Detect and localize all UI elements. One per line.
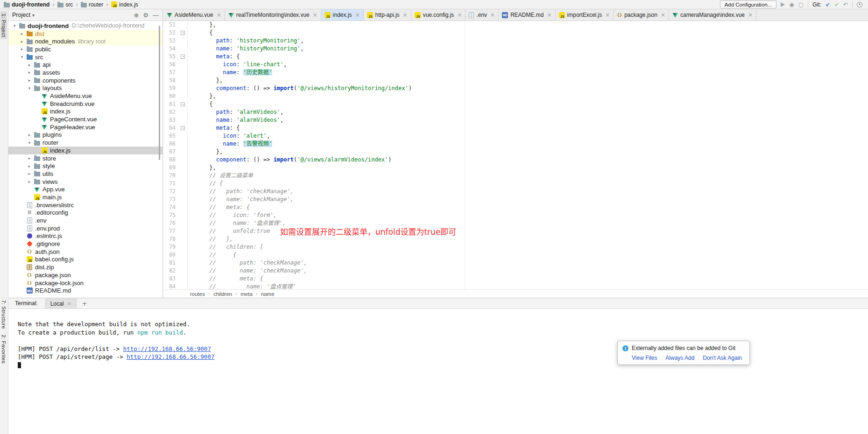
new-terminal-tab-icon[interactable]: + bbox=[82, 300, 87, 307]
tree-item[interactable]: .env.prod bbox=[8, 224, 162, 232]
close-tab-icon[interactable]: × bbox=[457, 12, 462, 18]
line-number[interactable]: 60 bbox=[163, 92, 178, 100]
tree-item[interactable]: main.js bbox=[8, 193, 162, 201]
close-tab-icon[interactable]: × bbox=[217, 12, 221, 18]
editor-tab[interactable]: http-api.js× bbox=[364, 9, 411, 21]
tree-item[interactable]: ▾layouts bbox=[8, 84, 162, 92]
editor-line[interactable]: 71 // { bbox=[163, 180, 868, 188]
editor-line[interactable]: 61 { bbox=[163, 100, 868, 108]
git-update-icon[interactable]: ↙ bbox=[826, 1, 830, 8]
add-configuration-button[interactable]: Add Configuration... bbox=[720, 0, 777, 8]
line-number[interactable]: 69 bbox=[163, 164, 178, 172]
close-tab-icon[interactable]: × bbox=[605, 12, 610, 18]
close-tab-icon[interactable]: × bbox=[547, 12, 552, 18]
line-number[interactable]: 81 bbox=[163, 259, 178, 267]
editor-line[interactable]: 73 // name: 'checkManage', bbox=[163, 196, 868, 203]
chevron-expanded-icon[interactable]: ▾ bbox=[11, 23, 18, 28]
tree-item[interactable]: ▸dist bbox=[8, 30, 162, 38]
tree-item[interactable]: ▸style bbox=[8, 162, 162, 170]
close-tab-icon[interactable]: × bbox=[355, 12, 360, 18]
code-breadcrumb-item[interactable]: routes bbox=[190, 291, 205, 297]
chevron-collapsed-icon[interactable]: ▸ bbox=[19, 31, 25, 36]
editor-line[interactable]: 68 component: () => import('@/views/alar… bbox=[163, 156, 868, 164]
breadcrumb-item[interactable]: src bbox=[57, 1, 73, 8]
line-number[interactable]: 58 bbox=[163, 77, 178, 84]
chevron-collapsed-icon[interactable]: ▸ bbox=[26, 156, 33, 161]
line-number[interactable]: 63 bbox=[163, 116, 178, 124]
line-number[interactable]: 82 bbox=[163, 267, 178, 275]
terminal-link[interactable]: http://192.168.66.56:9007 bbox=[123, 345, 211, 352]
breadcrumb-item[interactable]: router bbox=[81, 1, 103, 8]
line-number[interactable]: 70 bbox=[163, 172, 178, 180]
close-tab-icon[interactable]: × bbox=[661, 12, 665, 18]
line-number[interactable]: 74 bbox=[163, 203, 178, 211]
editor-tab[interactable]: cameraManage\index.vue× bbox=[669, 9, 756, 21]
line-number[interactable]: 64 bbox=[163, 124, 178, 132]
chevron-collapsed-icon[interactable]: ▸ bbox=[26, 179, 33, 184]
editor-line[interactable]: 82 // name: 'checkManage', bbox=[163, 267, 868, 275]
breadcrumb-item[interactable]: index.js bbox=[111, 1, 138, 8]
chevron-collapsed-icon[interactable]: ▸ bbox=[26, 133, 33, 137]
line-number[interactable]: 56 bbox=[163, 61, 178, 69]
stop-icon[interactable]: ▢ bbox=[798, 1, 804, 8]
close-tab-icon[interactable]: × bbox=[403, 12, 408, 18]
line-number[interactable]: 65 bbox=[163, 132, 178, 140]
editor-tab[interactable]: importExcel.js× bbox=[556, 9, 614, 21]
editor-line[interactable]: 54 name: 'historyMonitoring', bbox=[163, 45, 868, 53]
editor-line[interactable]: 53 path: 'historyMonitoring', bbox=[163, 37, 868, 45]
tree-item[interactable]: babel.config.js bbox=[8, 256, 162, 264]
breadcrumb-item[interactable]: duoji-frontend bbox=[4, 1, 49, 8]
tree-item[interactable]: ▸components bbox=[8, 77, 162, 84]
line-number[interactable]: 73 bbox=[163, 196, 178, 203]
git-commit-icon[interactable]: ✓ bbox=[834, 1, 839, 8]
editor-line[interactable]: 74 // meta: { bbox=[163, 203, 868, 211]
fold-marker[interactable] bbox=[178, 29, 188, 37]
tree-item[interactable]: {}package.json bbox=[8, 271, 162, 279]
editor-line[interactable]: 83 // meta: { bbox=[163, 275, 868, 283]
line-number[interactable]: 57 bbox=[163, 69, 178, 77]
editor-line[interactable]: 78 // }, bbox=[163, 235, 868, 243]
terminal-tab-local[interactable]: Local × bbox=[45, 299, 77, 308]
notification-action-link[interactable]: Don't Ask Again bbox=[703, 355, 742, 361]
editor-line[interactable]: 57 name: '历史数据' bbox=[163, 69, 868, 77]
editor-line[interactable]: 79 // children: [ bbox=[163, 243, 868, 251]
line-number[interactable]: 62 bbox=[163, 108, 178, 116]
editor-body[interactable]: 51 },52 {53 path: 'historyMonitoring',54… bbox=[163, 21, 868, 289]
editor-line[interactable]: 76 // name: '盘点管理', bbox=[163, 219, 868, 227]
terminal-cursor[interactable] bbox=[18, 362, 21, 368]
line-number[interactable]: 54 bbox=[163, 45, 178, 53]
tree-item[interactable]: README.md bbox=[8, 287, 162, 294]
chevron-collapsed-icon[interactable]: ▸ bbox=[26, 70, 33, 75]
tree-item[interactable]: ▸views bbox=[8, 178, 162, 186]
editor-line[interactable]: 66 name: '告警视频' bbox=[163, 140, 868, 148]
tree-item[interactable]: ▾src bbox=[8, 53, 162, 61]
line-number[interactable]: 55 bbox=[163, 53, 178, 61]
tree-item[interactable]: ▸node_moduleslibrary root bbox=[8, 37, 162, 45]
tree-item[interactable]: .eslintrc.js bbox=[8, 232, 162, 240]
tree-item[interactable]: ▸plugins bbox=[8, 131, 162, 139]
line-number[interactable]: 75 bbox=[163, 211, 178, 219]
chevron-collapsed-icon[interactable]: ▸ bbox=[19, 39, 25, 44]
tree-item[interactable]: {}package-lock.json bbox=[8, 279, 162, 287]
gear-icon[interactable]: ⚙ bbox=[143, 12, 148, 19]
run-icon[interactable] bbox=[781, 2, 785, 7]
line-number[interactable]: 76 bbox=[163, 219, 178, 227]
line-number[interactable]: 51 bbox=[163, 21, 178, 29]
line-number[interactable]: 72 bbox=[163, 188, 178, 196]
line-number[interactable]: 83 bbox=[163, 275, 178, 283]
notification-action-link[interactable]: View Files bbox=[632, 355, 657, 361]
editor-line[interactable]: 51 }, bbox=[163, 21, 868, 29]
editor-line[interactable]: 75 // icon: 'form', bbox=[163, 211, 868, 219]
tree-item[interactable]: ▸api bbox=[8, 61, 162, 69]
editor-line[interactable]: 69 }, bbox=[163, 164, 868, 172]
locate-file-icon[interactable]: ⊕ bbox=[134, 12, 139, 19]
code-breadcrumb-item[interactable]: name bbox=[261, 291, 275, 297]
fold-marker[interactable] bbox=[178, 100, 188, 108]
toolwindow-favorites-button[interactable]: 2: Favorites bbox=[0, 332, 7, 366]
tree-item[interactable]: ▸utils bbox=[8, 170, 162, 178]
line-number[interactable]: 67 bbox=[163, 148, 178, 156]
tree-item[interactable]: {}auth.json bbox=[8, 248, 162, 256]
tree-item[interactable]: .browserslistrc bbox=[8, 201, 162, 209]
tree-item[interactable]: ▸store bbox=[8, 154, 162, 162]
code-breadcrumb-item[interactable]: meta bbox=[240, 291, 253, 297]
